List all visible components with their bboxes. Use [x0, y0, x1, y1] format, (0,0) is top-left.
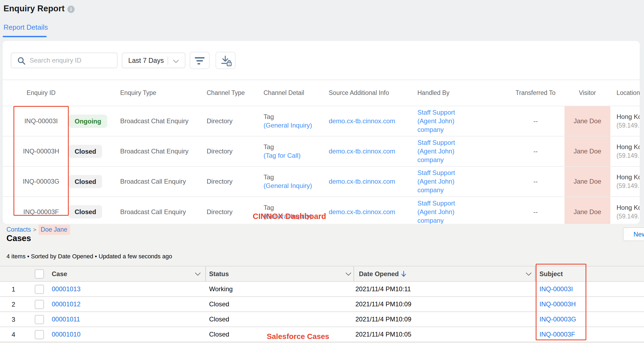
- case-row: 1 00001013 Working 2021/11/4 PM10:11 INQ…: [0, 282, 644, 297]
- handled-by-link[interactable]: (Agent John): [417, 177, 507, 186]
- case-subject-link[interactable]: INQ-00003F: [539, 331, 575, 338]
- select-divider: [168, 56, 168, 65]
- visitor-name: Jane Doe: [565, 136, 610, 166]
- handled-by-link[interactable]: Staff Support: [417, 199, 507, 208]
- breadcrumb-separator: >: [31, 227, 39, 233]
- enquiry-report-panel: Last 7 Days: [3, 41, 640, 224]
- new-case-button[interactable]: New: [623, 227, 644, 241]
- case-number-link[interactable]: 00001011: [52, 315, 80, 323]
- source-link[interactable]: demo.cx-tb.cinnox.com: [329, 178, 395, 185]
- chevron-down-icon[interactable]: [525, 272, 532, 276]
- status-cell: Closed: [69, 136, 117, 166]
- tab-report-details[interactable]: Report Details: [4, 23, 48, 32]
- tag-link[interactable]: (General Inquiry): [264, 212, 325, 221]
- col-header-source-additional-info: Source Additional Info: [325, 80, 412, 106]
- case-number-link[interactable]: 00001012: [52, 300, 81, 308]
- col-header-date-opened[interactable]: Date Opened: [359, 270, 399, 278]
- location-cell: Hong Ko (59.149.1: [610, 197, 640, 224]
- case-status: Closed: [209, 300, 229, 308]
- handled-by-link[interactable]: Staff Support: [417, 138, 507, 147]
- column-divider: [205, 266, 206, 281]
- enquiry-id: INQ-00003I: [3, 106, 69, 136]
- transferred-to: --: [507, 106, 565, 136]
- sort-descending-arrow-icon: [401, 270, 406, 277]
- case-date-opened: 2021/11/4 PM10:11: [355, 285, 411, 293]
- source-link[interactable]: demo.cx-tb.cinnox.com: [329, 117, 395, 125]
- location-ip: (59.149.1: [617, 151, 640, 160]
- case-row: 3 00001011 Closed 2021/11/4 PM10:09 INQ-…: [0, 312, 644, 327]
- handled-by-link[interactable]: Staff Support: [417, 108, 507, 117]
- breadcrumb-contacts-link[interactable]: Contacts: [6, 226, 31, 233]
- tag-link[interactable]: (Tag for Call): [264, 151, 325, 160]
- enquiry-type: Broadcast Call Enquiry: [117, 166, 203, 197]
- enquiry-type: Broadcast Chat Enquiry: [117, 136, 203, 166]
- case-date-opened: 2021/11/4 PM10:09: [355, 300, 411, 308]
- location-cell: Hong Ko (59.149.1: [610, 136, 640, 166]
- case-number-link[interactable]: 00001013: [52, 285, 81, 293]
- enquiry-table-header-row: Enquiry ID Enquiry Type Channel Type Cha…: [3, 80, 640, 106]
- export-download-button[interactable]: [216, 52, 236, 69]
- enquiry-table: Enquiry ID Enquiry Type Channel Type Cha…: [3, 80, 640, 224]
- list-summary: 4 items • Sorted by Date Opened • Update…: [6, 253, 172, 260]
- download-lock-icon: [220, 55, 232, 67]
- visitor-name: Jane Doe: [565, 106, 610, 136]
- handled-by-link[interactable]: Staff Support: [417, 169, 507, 177]
- source-info-cell: demo.cx-tb.cinnox.com: [325, 166, 412, 197]
- column-divider: [535, 266, 535, 281]
- row-number: 4: [8, 331, 19, 338]
- col-header-subject[interactable]: Subject: [539, 270, 563, 278]
- location-ip: (59.149.1: [617, 181, 640, 190]
- location-city: Hong Ko: [617, 203, 640, 212]
- handled-by-link[interactable]: company: [417, 216, 507, 224]
- info-icon[interactable]: i: [67, 6, 75, 13]
- col-header-status[interactable]: Status: [209, 270, 229, 278]
- date-range-select[interactable]: Last 7 Days: [122, 53, 185, 68]
- page-title: Enquiry Report: [4, 4, 65, 13]
- salesforce-section: Contacts>Doe Jane Cases New 4 items • So…: [0, 224, 644, 343]
- handled-by-link[interactable]: (Agent John): [417, 208, 507, 216]
- col-header-handled-by: Handled By: [412, 80, 507, 106]
- source-link[interactable]: demo.cx-tb.cinnox.com: [329, 208, 395, 215]
- handled-by-link[interactable]: (Agent John): [417, 117, 507, 125]
- case-subject-link[interactable]: INQ-00003H: [539, 300, 576, 308]
- handled-by-link[interactable]: company: [417, 125, 507, 134]
- tag-link[interactable]: (General Inquiry): [264, 181, 325, 190]
- chevron-down-icon[interactable]: [195, 272, 201, 276]
- filter-button[interactable]: [190, 52, 210, 69]
- search-icon: [17, 57, 26, 65]
- transferred-to: --: [507, 166, 565, 197]
- source-link[interactable]: demo.cx-tb.cinnox.com: [329, 148, 395, 155]
- handled-by-link[interactable]: company: [417, 186, 507, 194]
- status-badge: Closed: [69, 145, 102, 158]
- breadcrumb-contact-link[interactable]: Doe Jane: [39, 225, 70, 235]
- location-cell: Hong Ko (59.149.1: [610, 166, 640, 197]
- column-divider: [354, 266, 354, 281]
- transferred-to: --: [507, 136, 565, 166]
- case-subject-link[interactable]: INQ-00003I: [539, 285, 573, 293]
- chevron-down-icon[interactable]: [345, 272, 352, 276]
- select-all-checkbox[interactable]: [35, 269, 44, 279]
- location-cell: Hong Ko (59.149.1: [610, 106, 640, 136]
- col-header-visitor: Visitor: [565, 80, 610, 106]
- col-header-case[interactable]: Case: [52, 270, 67, 278]
- tag-link[interactable]: (General Inquiry): [264, 121, 325, 130]
- col-header-enquiry-id: Enquiry ID: [3, 80, 69, 106]
- enquiry-type: Broadcast Call Enquiry: [117, 197, 203, 224]
- row-checkbox[interactable]: [35, 315, 44, 324]
- cases-table-header: Case Status Date Opened Subject: [0, 266, 644, 282]
- handled-by-link[interactable]: company: [417, 156, 507, 164]
- enquiry-row: INQ-00003F Closed Broadcast Call Enquiry…: [3, 197, 640, 224]
- case-row: 4 00001010 Closed 2021/11/4 PM10:05 INQ-…: [0, 327, 644, 342]
- handled-by-link[interactable]: (Agent John): [417, 147, 507, 156]
- row-checkbox[interactable]: [35, 330, 44, 339]
- transferred-to: --: [507, 197, 565, 224]
- search-input[interactable]: [30, 53, 116, 68]
- case-number-link[interactable]: 00001010: [52, 331, 81, 338]
- col-header-location: Location: [610, 80, 640, 106]
- row-checkbox[interactable]: [35, 285, 44, 294]
- location-city: Hong Ko: [617, 173, 640, 181]
- enquiry-id: INQ-00003G: [3, 166, 69, 197]
- case-subject-link[interactable]: INQ-00003G: [539, 315, 576, 323]
- case-date-opened: 2021/11/4 PM10:05: [355, 331, 411, 338]
- row-checkbox[interactable]: [35, 300, 44, 309]
